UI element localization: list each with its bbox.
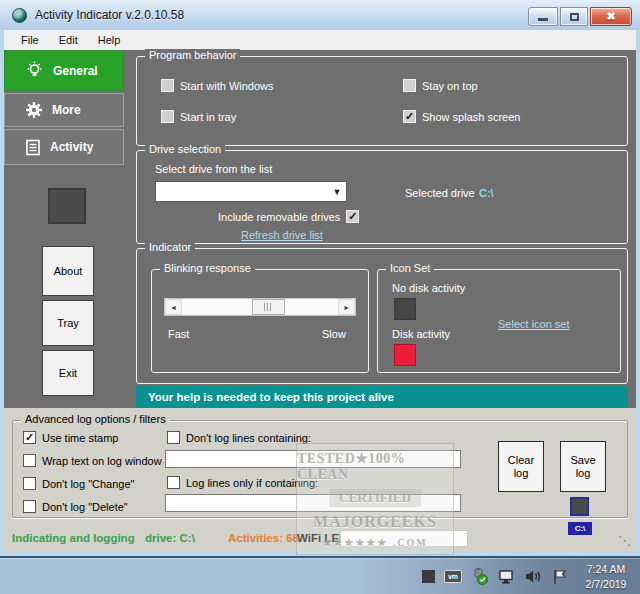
- activity-swatch: [394, 344, 416, 366]
- refresh-drive-list-link[interactable]: Refresh drive list: [241, 229, 323, 241]
- select-drive-label: Select drive from the list: [155, 163, 272, 175]
- status-drive: drive: C:\: [145, 532, 195, 544]
- exit-button[interactable]: Exit: [42, 350, 94, 396]
- tray-button[interactable]: Tray: [42, 300, 94, 346]
- no-activity-swatch: [394, 298, 416, 320]
- drive-combobox-value: [156, 182, 328, 201]
- checkbox-box[interactable]: ✓: [23, 431, 36, 444]
- no-disk-activity-label: No disk activity: [392, 282, 465, 294]
- tab-general-label: General: [53, 64, 98, 78]
- activity-indicator-tray-icon[interactable]: [422, 570, 435, 583]
- checkbox-box[interactable]: [161, 110, 174, 123]
- taskbar-clock[interactable]: 7:24 AM 2/7/2019: [576, 562, 636, 592]
- tab-more[interactable]: More: [4, 93, 124, 127]
- checkbox-label: Start with Windows: [180, 80, 274, 92]
- vm-tray-icon[interactable]: vm: [444, 570, 462, 583]
- taskbar: vm 7:24 AM 2/7/2019: [0, 556, 640, 594]
- checkbox-wrap-text[interactable]: Wrap text on log window: [23, 454, 162, 467]
- about-button-label: About: [54, 265, 83, 277]
- wifi-led-field: [340, 530, 468, 547]
- checkbox-stay-on-top[interactable]: Stay on top: [403, 79, 478, 92]
- resize-grip[interactable]: ⋱: [618, 533, 631, 548]
- checkbox-start-with-windows[interactable]: Start with Windows: [161, 79, 274, 92]
- app-icon: [12, 8, 27, 23]
- checkbox-box[interactable]: [167, 431, 180, 444]
- checkbox-label: Include removable drives: [218, 211, 340, 223]
- checkbox-dont-log-lines-containing[interactable]: Don't log lines containing:: [167, 431, 311, 444]
- about-button[interactable]: About: [42, 246, 94, 296]
- indicator-preview-square: [48, 188, 86, 224]
- slider-left-arrow[interactable]: ◂: [165, 299, 182, 315]
- slow-label: Slow: [322, 328, 346, 340]
- checkbox-label: Wrap text on log window: [42, 455, 162, 467]
- gear-icon: [25, 101, 43, 119]
- clear-log-label: Clear log: [504, 454, 538, 480]
- checkbox-label: Log lines only if containing:: [186, 477, 318, 489]
- save-log-label: Save log: [566, 454, 600, 480]
- minimize-icon: [538, 18, 548, 21]
- clock-date: 2/7/2019: [576, 577, 636, 592]
- minimize-button[interactable]: [528, 7, 558, 26]
- lightbulb-icon: [25, 61, 44, 80]
- checkbox-label: Show splash screen: [422, 111, 520, 123]
- checkbox-box[interactable]: [403, 79, 416, 92]
- window-title: Activity Indicator v.2.0.10.58: [35, 8, 184, 22]
- menu-edit[interactable]: Edit: [50, 32, 87, 48]
- checkbox-dont-log-delete[interactable]: Don't log "Delete": [23, 500, 128, 513]
- checkbox-label: Stay on top: [422, 80, 478, 92]
- clear-log-button[interactable]: Clear log: [498, 441, 544, 492]
- checkbox-box[interactable]: [167, 476, 180, 489]
- title-bar[interactable]: Activity Indicator v.2.0.10.58 ✖: [0, 0, 640, 30]
- blink-speed-slider[interactable]: ◂ ▸: [164, 298, 356, 316]
- chevron-down-icon[interactable]: ▼: [328, 182, 346, 201]
- indicator-group: Indicator Blinking response ◂ ▸ Fast Slo…: [136, 248, 628, 384]
- checkbox-box[interactable]: [23, 454, 36, 467]
- network-icon[interactable]: [498, 569, 516, 585]
- window-body: File Edit Help General: [4, 30, 636, 552]
- select-icon-set-link[interactable]: Select icon set: [498, 318, 570, 330]
- checkbox-include-removable-drives[interactable]: Include removable drives ✓: [218, 210, 359, 223]
- checkbox-use-time-stamp[interactable]: ✓ Use time stamp: [23, 431, 118, 444]
- action-center-flag-icon[interactable]: [552, 569, 568, 585]
- checkbox-box[interactable]: ✓: [346, 210, 359, 223]
- log-lines-only-input[interactable]: [165, 494, 461, 512]
- dont-log-lines-input[interactable]: [165, 450, 461, 468]
- menu-bar: File Edit Help: [4, 30, 636, 50]
- save-log-button[interactable]: Save log: [560, 441, 606, 492]
- checkbox-box[interactable]: [161, 79, 174, 92]
- disk-activity-label: Disk activity: [392, 328, 450, 340]
- maximize-button[interactable]: [560, 7, 588, 26]
- checkbox-log-lines-only-if[interactable]: Log lines only if containing:: [167, 476, 318, 489]
- slider-track[interactable]: [182, 299, 338, 315]
- selected-drive-label: Selected drive: [405, 187, 475, 199]
- checkbox-label: Don't log "Delete": [42, 501, 128, 513]
- menu-help[interactable]: Help: [89, 32, 130, 48]
- tab-activity[interactable]: Activity: [4, 129, 124, 165]
- slider-right-arrow[interactable]: ▸: [338, 299, 355, 315]
- checkbox-show-splash-screen[interactable]: ✓ Show splash screen: [403, 110, 520, 123]
- checkbox-box[interactable]: [23, 477, 36, 490]
- usb-eject-icon[interactable]: [471, 568, 489, 585]
- close-button[interactable]: ✖: [590, 7, 632, 26]
- indicator-title: Indicator: [145, 241, 195, 253]
- app-window: Activity Indicator v.2.0.10.58 ✖ File Ed…: [0, 0, 640, 556]
- checkbox-box[interactable]: ✓: [403, 110, 416, 123]
- checkbox-start-in-tray[interactable]: Start in tray: [161, 110, 236, 123]
- slider-thumb[interactable]: [252, 299, 285, 315]
- donation-banner[interactable]: Your help is needed to keep this project…: [136, 386, 628, 408]
- checkbox-label: Use time stamp: [42, 432, 118, 444]
- slider-grip-icon: [264, 303, 273, 311]
- advanced-log-options-title: Advanced log options / filters: [21, 413, 170, 425]
- checkbox-dont-log-change[interactable]: Don't log "Change": [23, 477, 134, 490]
- checkbox-label: Don't log "Change": [42, 478, 134, 490]
- selected-drive-value: C:\: [479, 187, 494, 199]
- volume-icon[interactable]: [525, 569, 543, 584]
- menu-file[interactable]: File: [12, 32, 48, 48]
- status-indicating: Indicating and logging: [12, 532, 135, 544]
- tab-general[interactable]: General: [4, 50, 124, 91]
- drive-badge: C:\: [568, 522, 592, 535]
- checkbox-box[interactable]: [23, 500, 36, 513]
- caption-buttons: ✖: [528, 7, 632, 26]
- tray-button-label: Tray: [57, 317, 79, 329]
- drive-combobox[interactable]: ▼: [155, 181, 347, 202]
